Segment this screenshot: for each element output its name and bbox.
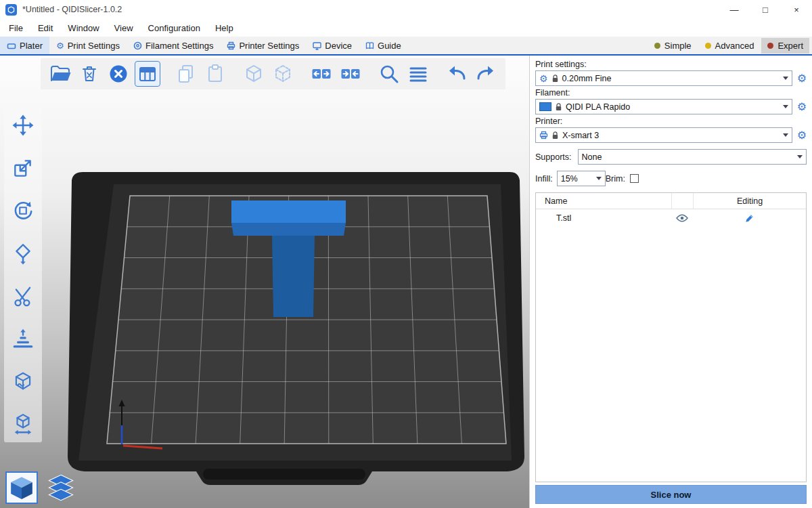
seam-paint-button[interactable] — [9, 367, 37, 396]
paint-supports-button[interactable] — [9, 324, 37, 353]
guide-book-icon — [365, 41, 374, 50]
menu-help[interactable]: Help — [208, 23, 241, 33]
visibility-column-header — [671, 193, 693, 209]
redo-button[interactable] — [473, 61, 499, 87]
rotate-button[interactable] — [9, 196, 37, 225]
app-icon — [5, 4, 17, 16]
place-on-face-button[interactable] — [9, 239, 37, 268]
dropdown-arrow-icon — [783, 105, 788, 111]
preview-view-button[interactable] — [45, 471, 77, 504]
remove-instance-button[interactable] — [270, 61, 296, 87]
print-settings-combo[interactable]: ⚙ 0.20mm Fine — [535, 70, 792, 86]
open-button[interactable] — [47, 61, 73, 87]
editor-view-button[interactable] — [5, 471, 38, 504]
supports-label: Supports: — [535, 152, 572, 162]
filament-combo[interactable]: QIDI PLA Rapido — [535, 99, 792, 114]
settings-panel: Print settings: ⚙ 0.20mm Fine ⚙ Filament… — [529, 56, 812, 508]
menu-configuration[interactable]: Configuration — [141, 23, 208, 33]
object-name: T.stl — [536, 213, 671, 223]
main-area: Print settings: ⚙ 0.20mm Fine ⚙ Filament… — [0, 56, 812, 508]
gizmo-toolbar — [4, 107, 42, 442]
menu-file[interactable]: File — [1, 23, 30, 33]
move-button[interactable] — [9, 111, 37, 140]
infill-label: Infill: — [535, 174, 553, 184]
mode-advanced[interactable]: Advanced — [699, 38, 761, 54]
lock-icon — [552, 75, 558, 83]
add-instance-button[interactable] — [241, 61, 267, 87]
undo-button[interactable] — [444, 61, 470, 87]
tab-bar: Plater ⚙ Print Settings Filament Setting… — [0, 37, 812, 56]
split-parts-button[interactable] — [338, 61, 363, 87]
print-settings-gear-button[interactable]: ⚙ — [797, 73, 807, 84]
lock-icon — [556, 103, 562, 111]
edit-icon[interactable] — [693, 209, 806, 227]
search-button[interactable] — [376, 61, 402, 87]
plater-icon — [7, 41, 16, 50]
tab-printer-settings[interactable]: Printer Settings — [220, 37, 306, 54]
mode-simple[interactable]: Simple — [648, 38, 698, 54]
measure-button[interactable] — [9, 410, 37, 438]
mode-switcher: Simple Advanced Expert — [648, 37, 812, 54]
lock-icon — [552, 131, 558, 140]
3d-viewport[interactable] — [0, 56, 529, 508]
dropdown-arrow-icon — [783, 77, 788, 83]
cut-button[interactable] — [9, 282, 37, 310]
tab-device[interactable]: Device — [306, 37, 359, 54]
dropdown-arrow-icon — [783, 133, 788, 140]
print-bed-scene[interactable] — [0, 56, 529, 508]
title-bar: *Untitled - QIDISlicer-1.0.2 — □ × — [0, 0, 812, 19]
variable-layer-height-button[interactable] — [405, 61, 431, 87]
filament-gear-button[interactable]: ⚙ — [797, 102, 807, 112]
brim-checkbox[interactable] — [630, 174, 639, 183]
tab-print-settings[interactable]: ⚙ Print Settings — [49, 37, 127, 54]
brim-label: Brim: — [606, 174, 625, 184]
expert-mode-dot-icon — [767, 43, 773, 49]
close-button[interactable]: × — [781, 0, 812, 19]
object-row-t-stl[interactable]: T.stl — [536, 209, 806, 227]
profile-gear-icon: ⚙ — [539, 74, 548, 83]
name-column-header: Name — [536, 196, 671, 206]
printer-icon — [539, 131, 548, 140]
printer-label: Printer: — [535, 117, 807, 126]
dropdown-arrow-icon — [797, 155, 803, 161]
slice-now-button[interactable]: Slice now — [535, 485, 807, 504]
object-list-header: Name Editing — [536, 193, 806, 209]
split-objects-button[interactable] — [309, 61, 334, 87]
menu-view[interactable]: View — [107, 23, 141, 33]
eye-icon[interactable] — [671, 209, 693, 227]
filament-spool-icon — [133, 41, 142, 50]
infill-combo[interactable]: 15% — [557, 171, 606, 186]
simple-mode-dot-icon — [654, 43, 660, 49]
tab-filament-settings[interactable]: Filament Settings — [127, 37, 220, 54]
view-toggles — [5, 471, 77, 504]
filament-label: Filament: — [535, 88, 807, 98]
printer-gear-button[interactable]: ⚙ — [797, 130, 807, 141]
menu-bar: File Edit Window View Configuration Help — [0, 19, 812, 37]
copy-button[interactable] — [173, 61, 199, 87]
advanced-mode-dot-icon — [705, 43, 711, 49]
delete-button[interactable] — [76, 61, 102, 87]
editing-column-header: Editing — [693, 193, 806, 209]
printer-tab-icon — [227, 41, 235, 50]
mode-expert[interactable]: Expert — [761, 38, 809, 54]
minimize-button[interactable]: — — [719, 0, 750, 19]
printer-combo[interactable]: X-smart 3 — [535, 127, 792, 143]
bed-handle — [203, 469, 365, 480]
maximize-button[interactable]: □ — [750, 0, 781, 19]
arrange-button[interactable] — [135, 61, 160, 87]
qidislicer-window: *Untitled - QIDISlicer-1.0.2 — □ × File … — [0, 0, 812, 508]
filament-color-swatch — [539, 102, 551, 111]
device-monitor-icon — [313, 41, 321, 50]
print-settings-tab-icon: ⚙ — [56, 41, 64, 50]
menu-edit[interactable]: Edit — [30, 23, 60, 33]
print-settings-label: Print settings: — [535, 60, 807, 69]
supports-combo[interactable]: None — [578, 149, 807, 165]
tab-guide[interactable]: Guide — [359, 37, 408, 54]
paste-button[interactable] — [202, 61, 228, 87]
delete-all-button[interactable] — [106, 61, 131, 87]
tab-plater[interactable]: Plater — [0, 37, 49, 54]
menu-window[interactable]: Window — [60, 23, 106, 33]
3d-cube-icon — [9, 475, 35, 501]
scale-button[interactable] — [9, 154, 37, 182]
plater-toolbar — [41, 58, 505, 89]
